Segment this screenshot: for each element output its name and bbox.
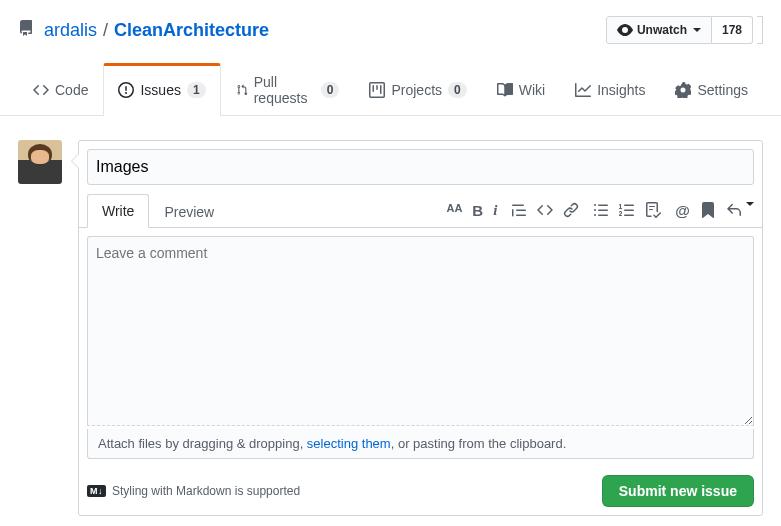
- tab-projects-count: 0: [448, 82, 467, 98]
- book-icon: [497, 82, 513, 98]
- attach-select-link[interactable]: selecting them: [307, 436, 391, 451]
- reply-icon[interactable]: [726, 202, 742, 218]
- gear-icon: [675, 82, 691, 98]
- issue-body-textarea[interactable]: [87, 236, 754, 426]
- tab-projects-label: Projects: [391, 82, 442, 98]
- markdown-hint[interactable]: M↓ Styling with Markdown is supported: [87, 484, 300, 498]
- write-tab[interactable]: Write: [87, 194, 149, 228]
- breadcrumb: ardalis / CleanArchitecture: [18, 20, 269, 41]
- issue-title-input[interactable]: [87, 149, 754, 185]
- tab-wiki-label: Wiki: [519, 82, 545, 98]
- quote-icon[interactable]: [511, 202, 527, 218]
- breadcrumb-separator: /: [103, 20, 108, 41]
- mention-icon[interactable]: @: [675, 202, 690, 219]
- markdown-icon: M↓: [87, 485, 106, 497]
- tab-code-label: Code: [55, 82, 88, 98]
- tab-pulls[interactable]: Pull requests 0: [221, 63, 355, 116]
- repo-header: ardalis / CleanArchitecture Unwatch 178: [0, 0, 781, 44]
- heading-icon[interactable]: AA: [446, 202, 462, 219]
- tab-pulls-label: Pull requests: [254, 74, 315, 106]
- attach-hint[interactable]: Attach files by dragging & dropping, sel…: [87, 429, 754, 459]
- issue-opened-icon: [118, 82, 134, 98]
- caret-down-icon[interactable]: [746, 202, 754, 206]
- tasklist-icon[interactable]: [645, 202, 661, 218]
- issue-form: Write Preview AA B i: [78, 140, 763, 516]
- graph-icon: [575, 82, 591, 98]
- unwatch-label: Unwatch: [637, 20, 687, 40]
- comment-body: Attach files by dragging & dropping, sel…: [79, 228, 762, 467]
- code-icon: [33, 82, 49, 98]
- tab-projects[interactable]: Projects 0: [354, 63, 481, 116]
- list-unordered-icon[interactable]: [593, 202, 609, 218]
- breadcrumb-repo[interactable]: CleanArchitecture: [114, 20, 269, 41]
- watch-count[interactable]: 178: [712, 16, 753, 44]
- avatar[interactable]: [18, 140, 62, 184]
- preview-tab[interactable]: Preview: [149, 195, 229, 228]
- tab-settings-label: Settings: [697, 82, 748, 98]
- eye-icon: [617, 22, 633, 38]
- project-icon: [369, 82, 385, 98]
- caret-down-icon: [693, 28, 701, 32]
- bookmark-icon[interactable]: [700, 202, 716, 218]
- list-ordered-icon[interactable]: [619, 202, 635, 218]
- repo-tabs: Code Issues 1 Pull requests 0 Projects 0…: [0, 62, 781, 116]
- breadcrumb-owner[interactable]: ardalis: [44, 20, 97, 41]
- markdown-toolbar: AA B i @: [446, 202, 754, 219]
- issue-form-area: Write Preview AA B i: [0, 116, 781, 526]
- tab-insights-label: Insights: [597, 82, 645, 98]
- code-icon[interactable]: [537, 202, 553, 218]
- tab-issues-count: 1: [187, 82, 206, 98]
- tab-code[interactable]: Code: [18, 63, 103, 116]
- bold-icon[interactable]: B: [472, 202, 483, 219]
- form-footer: M↓ Styling with Markdown is supported Su…: [79, 467, 762, 515]
- tab-settings[interactable]: Settings: [660, 63, 763, 116]
- link-icon[interactable]: [563, 202, 579, 218]
- git-pull-request-icon: [236, 82, 248, 98]
- tab-issues[interactable]: Issues 1: [103, 63, 220, 116]
- watch-group: Unwatch 178: [606, 16, 753, 44]
- comment-tabnav: Write Preview AA B i: [79, 193, 762, 228]
- unwatch-button[interactable]: Unwatch: [606, 16, 712, 44]
- markdown-hint-label: Styling with Markdown is supported: [112, 484, 300, 498]
- attach-prefix: Attach files by dragging & dropping,: [98, 436, 307, 451]
- tab-insights[interactable]: Insights: [560, 63, 660, 116]
- partial-button: [757, 16, 763, 44]
- repo-icon: [18, 20, 34, 41]
- tab-wiki[interactable]: Wiki: [482, 63, 560, 116]
- attach-suffix: , or pasting from the clipboard.: [391, 436, 567, 451]
- italic-icon[interactable]: i: [493, 202, 497, 219]
- tab-pulls-count: 0: [321, 82, 340, 98]
- tab-issues-label: Issues: [140, 82, 180, 98]
- submit-issue-button[interactable]: Submit new issue: [602, 475, 754, 507]
